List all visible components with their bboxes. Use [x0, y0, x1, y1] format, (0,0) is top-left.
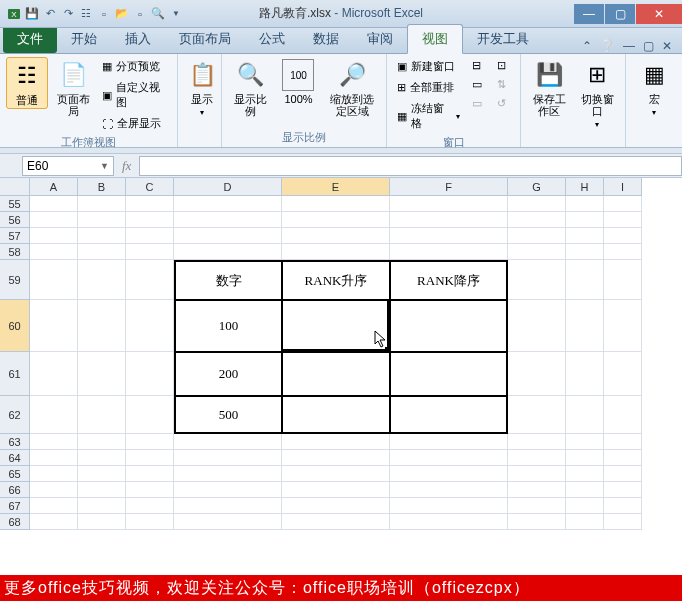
col-header[interactable]: E: [282, 178, 390, 196]
cell[interactable]: RANK降序: [390, 260, 508, 300]
row-header[interactable]: 66: [0, 482, 30, 498]
cell[interactable]: [566, 352, 604, 396]
cell[interactable]: [604, 514, 642, 530]
cell[interactable]: [282, 352, 390, 396]
cell[interactable]: [78, 228, 126, 244]
cell[interactable]: [604, 212, 642, 228]
tab-insert[interactable]: 插入: [111, 25, 165, 53]
doc-min-icon[interactable]: —: [623, 39, 635, 53]
cell[interactable]: [126, 498, 174, 514]
save-icon[interactable]: 💾: [24, 6, 40, 22]
cell[interactable]: [30, 244, 78, 260]
cell[interactable]: 500: [174, 396, 282, 434]
cell[interactable]: [174, 434, 282, 450]
cell[interactable]: [604, 450, 642, 466]
cell[interactable]: [30, 300, 78, 352]
cell[interactable]: [282, 196, 390, 212]
cell[interactable]: [78, 196, 126, 212]
cell[interactable]: [30, 228, 78, 244]
cell[interactable]: [566, 228, 604, 244]
cell[interactable]: [174, 212, 282, 228]
cell[interactable]: [126, 434, 174, 450]
normal-view-button[interactable]: ☷ 普通: [6, 57, 48, 109]
row-header[interactable]: 65: [0, 466, 30, 482]
cell[interactable]: [126, 228, 174, 244]
cell[interactable]: [604, 260, 642, 300]
switch-windows-button[interactable]: ⊞ 切换窗口▾: [575, 57, 619, 133]
row-header[interactable]: 61: [0, 352, 30, 396]
cell[interactable]: [566, 498, 604, 514]
cell[interactable]: [126, 466, 174, 482]
cell[interactable]: [282, 498, 390, 514]
cell[interactable]: [78, 466, 126, 482]
cell[interactable]: [174, 514, 282, 530]
cell[interactable]: [78, 396, 126, 434]
cell[interactable]: [30, 260, 78, 300]
col-header[interactable]: D: [174, 178, 282, 196]
cell[interactable]: [508, 244, 566, 260]
cell[interactable]: [282, 482, 390, 498]
cell[interactable]: [282, 396, 390, 434]
cell[interactable]: [390, 396, 508, 434]
cell[interactable]: [566, 482, 604, 498]
cell[interactable]: [390, 498, 508, 514]
cell[interactable]: [566, 450, 604, 466]
cell[interactable]: [508, 498, 566, 514]
new-icon[interactable]: ▫: [132, 6, 148, 22]
cell[interactable]: [174, 466, 282, 482]
cell[interactable]: [566, 260, 604, 300]
cell[interactable]: [566, 396, 604, 434]
cell[interactable]: [390, 450, 508, 466]
cell[interactable]: [566, 466, 604, 482]
ribbon-minimize-icon[interactable]: ⌃: [582, 39, 592, 53]
custom-views-button[interactable]: ▣自定义视图: [98, 78, 171, 112]
col-header[interactable]: G: [508, 178, 566, 196]
cell[interactable]: [604, 300, 642, 352]
qat-icon[interactable]: ▫: [96, 6, 112, 22]
cell[interactable]: [78, 244, 126, 260]
tab-data[interactable]: 数据: [299, 25, 353, 53]
cell[interactable]: [282, 212, 390, 228]
cell[interactable]: 100: [174, 300, 282, 352]
cell[interactable]: [604, 434, 642, 450]
cell[interactable]: [78, 300, 126, 352]
show-button[interactable]: 📋 显示▾: [184, 57, 220, 121]
file-tab[interactable]: 文件: [3, 25, 57, 53]
cell[interactable]: [390, 466, 508, 482]
zoom-button[interactable]: 🔍 显示比例: [228, 57, 272, 119]
cell[interactable]: [508, 300, 566, 352]
redo-icon[interactable]: ↷: [60, 6, 76, 22]
cell[interactable]: [508, 482, 566, 498]
cell[interactable]: [30, 352, 78, 396]
cell[interactable]: [126, 260, 174, 300]
row-header[interactable]: 63: [0, 434, 30, 450]
zoom-100-button[interactable]: 100 100%: [276, 57, 320, 107]
cell[interactable]: [390, 514, 508, 530]
row-header[interactable]: 62: [0, 396, 30, 434]
side-by-side-button[interactable]: ⊡: [493, 57, 514, 74]
cell[interactable]: [30, 212, 78, 228]
open-icon[interactable]: 📂: [114, 6, 130, 22]
cell[interactable]: [508, 228, 566, 244]
cell[interactable]: [126, 514, 174, 530]
col-header[interactable]: F: [390, 178, 508, 196]
cell[interactable]: [566, 300, 604, 352]
reset-pos-button[interactable]: ↺: [493, 95, 514, 112]
row-header[interactable]: 55: [0, 196, 30, 212]
cell[interactable]: [30, 514, 78, 530]
cell[interactable]: [508, 434, 566, 450]
cell[interactable]: [78, 434, 126, 450]
cell[interactable]: [282, 228, 390, 244]
cell[interactable]: [174, 482, 282, 498]
doc-close-icon[interactable]: ✕: [662, 39, 672, 53]
cell[interactable]: [282, 434, 390, 450]
sync-scroll-button[interactable]: ⇅: [493, 76, 514, 93]
help-icon[interactable]: ❔: [600, 39, 615, 53]
cell[interactable]: [126, 196, 174, 212]
cell[interactable]: [508, 466, 566, 482]
name-box[interactable]: E60 ▼: [22, 156, 114, 176]
cell[interactable]: [30, 450, 78, 466]
qat-dropdown-icon[interactable]: ▼: [168, 6, 184, 22]
row-header[interactable]: 64: [0, 450, 30, 466]
cell[interactable]: 数字: [174, 260, 282, 300]
